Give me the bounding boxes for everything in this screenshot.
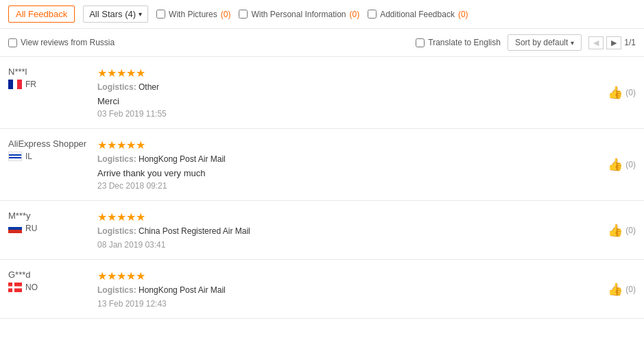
reviewer-name: N***l <box>8 67 97 77</box>
reviewer-country: IL <box>8 152 97 161</box>
helpful-count: (0) <box>625 160 636 169</box>
review-date: 13 Feb 2019 12:43 <box>97 299 636 309</box>
with-personal-info-filter[interactable]: With Personal Information (0) <box>239 10 359 19</box>
review-date: 03 Feb 2019 11:55 <box>97 109 636 119</box>
country-label: NO <box>25 283 38 292</box>
star-icon: ★★★★★ <box>97 67 145 80</box>
sort-dropdown[interactable]: Sort by default ▾ <box>508 34 582 51</box>
star-icon: ★★★★★ <box>97 211 145 224</box>
view-reviews-russia-filter[interactable]: View reviews from Russia <box>8 38 115 47</box>
country-label: FR <box>25 80 36 89</box>
country-flag-icon <box>8 80 22 89</box>
review-left: G***d NO <box>8 270 97 309</box>
chevron-down-icon: ▾ <box>139 10 142 18</box>
star-icon: ★★★★★ <box>97 270 145 283</box>
star-rating: ★★★★★ <box>97 211 636 224</box>
review-text: Merci <box>97 96 636 106</box>
chevron-down-icon: ▾ <box>571 39 574 47</box>
review-main: ★★★★★ Logistics: Other Merci 03 Feb 2019… <box>97 67 636 119</box>
review-date: 08 Jan 2019 03:41 <box>97 240 636 250</box>
review-actions: 👍 (0) <box>608 223 636 238</box>
review-left: AliExpress Shopper IL <box>8 139 97 191</box>
country-flag-icon <box>8 224 22 233</box>
review-item: N***l FR ★★★★★ Logistics: Other Merci 03… <box>0 57 644 129</box>
all-feedback-button[interactable]: All Feedback <box>8 5 75 23</box>
country-flag-icon <box>8 152 22 161</box>
helpful-count: (0) <box>625 285 636 294</box>
star-icon: ★★★★★ <box>97 139 145 152</box>
reviewer-country: RU <box>8 224 97 233</box>
logistics-line: Logistics: Other <box>97 82 636 92</box>
with-pictures-filter[interactable]: With Pictures (0) <box>156 10 230 19</box>
review-main: ★★★★★ Logistics: China Post Registered A… <box>97 211 636 250</box>
reviewer-name: AliExpress Shopper <box>8 139 97 149</box>
helpful-thumbs-up-button[interactable]: 👍 <box>608 85 623 100</box>
country-label: IL <box>25 152 32 161</box>
review-main: ★★★★★ Logistics: HongKong Post Air Mail … <box>97 139 636 191</box>
reviewer-country: NO <box>8 283 97 292</box>
prev-page-button[interactable]: ◀ <box>588 36 604 49</box>
helpful-thumbs-up-button[interactable]: 👍 <box>608 157 623 172</box>
review-left: N***l FR <box>8 67 97 119</box>
logistics-line: Logistics: HongKong Post Air Mail <box>97 154 636 164</box>
reviewer-name: G***d <box>8 270 97 280</box>
helpful-thumbs-up-button[interactable]: 👍 <box>608 282 623 297</box>
star-rating: ★★★★★ <box>97 139 636 152</box>
additional-feedback-filter[interactable]: Additional Feedback (0) <box>368 10 468 19</box>
review-text: Arrive thank you very much <box>97 168 636 178</box>
country-flag-icon <box>8 283 22 292</box>
review-actions: 👍 (0) <box>608 157 636 172</box>
review-actions: 👍 (0) <box>608 85 636 100</box>
page-info: 1/1 <box>624 38 636 47</box>
reviewer-country: FR <box>8 80 97 89</box>
logistics-line: Logistics: China Post Registered Air Mai… <box>97 226 636 236</box>
helpful-thumbs-up-button[interactable]: 👍 <box>608 223 623 238</box>
pagination: ◀ ▶ 1/1 <box>588 36 636 49</box>
review-list: N***l FR ★★★★★ Logistics: Other Merci 03… <box>0 57 644 319</box>
review-item: M***y RU ★★★★★ Logistics: China Post Reg… <box>0 201 644 260</box>
review-left: M***y RU <box>8 211 97 250</box>
options-bar: View reviews from Russia Translate to En… <box>0 29 644 57</box>
next-page-button[interactable]: ▶ <box>606 36 621 49</box>
star-rating: ★★★★★ <box>97 270 636 283</box>
review-main: ★★★★★ Logistics: HongKong Post Air Mail … <box>97 270 636 309</box>
translate-to-english-filter[interactable]: Translate to English <box>416 38 501 47</box>
star-rating: ★★★★★ <box>97 67 636 80</box>
review-item: G***d NO ★★★★★ Logistics: HongKong Post … <box>0 260 644 319</box>
country-label: RU <box>25 224 37 233</box>
logistics-line: Logistics: HongKong Post Air Mail <box>97 285 636 295</box>
all-stars-dropdown[interactable]: All Stars (4) ▾ <box>83 5 148 23</box>
review-date: 23 Dec 2018 09:21 <box>97 181 636 191</box>
reviewer-name: M***y <box>8 211 97 221</box>
helpful-count: (0) <box>625 226 636 235</box>
review-item: AliExpress Shopper IL ★★★★★ Logistics: H… <box>0 129 644 201</box>
review-actions: 👍 (0) <box>608 282 636 297</box>
filter-bar: All Feedback All Stars (4) ▾ With Pictur… <box>0 0 644 29</box>
helpful-count: (0) <box>625 88 636 97</box>
